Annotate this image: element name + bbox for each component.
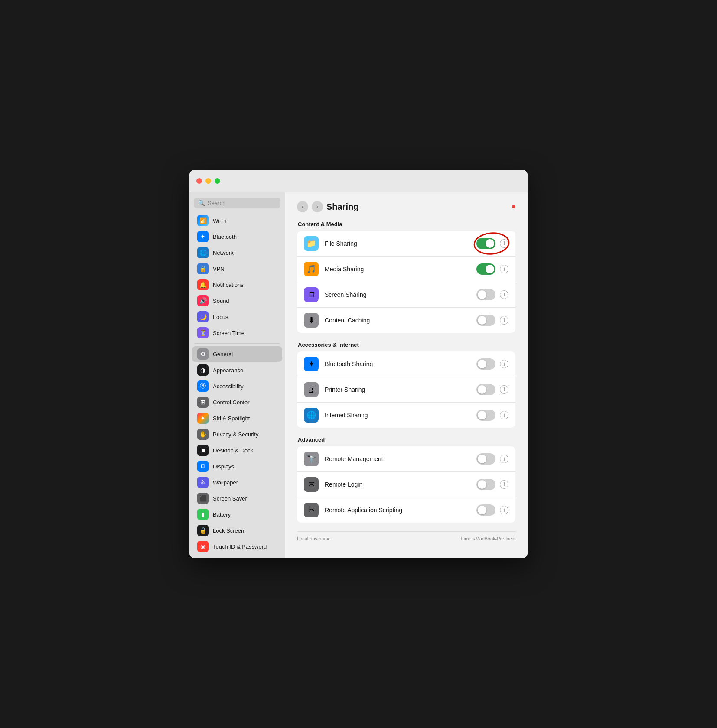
sidebar-item-vpn[interactable]: 🔒VPN	[192, 261, 282, 276]
titlebar	[189, 170, 528, 192]
back-button[interactable]: ‹	[297, 201, 308, 212]
row-remote-management: 🔭Remote Managementi	[297, 446, 515, 472]
sidebar-item-screentime[interactable]: ⏳Screen Time	[192, 325, 282, 341]
row-icon-media-sharing: 🎵	[304, 262, 319, 276]
forward-button[interactable]: ›	[312, 201, 323, 212]
toggle-bluetooth-sharing[interactable]	[476, 358, 495, 370]
search-bar[interactable]: 🔍	[194, 198, 280, 208]
sidebar-item-desktop[interactable]: ▣Desktop & Dock	[192, 442, 282, 458]
maximize-button[interactable]	[215, 178, 220, 184]
sidebar-label-notifications: Notifications	[213, 282, 244, 288]
sidebar-item-siri[interactable]: ✦Siri & Spotlight	[192, 410, 282, 426]
sound-icon: 🔊	[197, 295, 209, 306]
sidebar-item-wallpaper[interactable]: ❊Wallpaper	[192, 474, 282, 490]
sidebar-item-touchid[interactable]: ◉Touch ID & Password	[192, 539, 282, 554]
sidebar-item-screensaver[interactable]: ⬛Screen Saver	[192, 491, 282, 506]
focus-icon: 🌙	[197, 311, 209, 322]
toggle-group-bluetooth-sharing: i	[476, 358, 508, 370]
info-button-internet-sharing[interactable]: i	[500, 411, 508, 419]
info-button-printer-sharing[interactable]: i	[500, 385, 508, 394]
section-title-advanced: Advanced	[297, 436, 515, 443]
sidebar-item-controlcenter[interactable]: ⊞Control Center	[192, 394, 282, 410]
info-button-remote-scripting[interactable]: i	[500, 506, 508, 514]
sidebar: 🔍 📶Wi-Fi✦Bluetooth🌐Network🔒VPN🔔Notificat…	[189, 192, 285, 558]
screensaver-icon: ⬛	[197, 493, 209, 504]
sidebar-item-sound[interactable]: 🔊Sound	[192, 293, 282, 309]
row-internet-sharing: 🌐Internet Sharingi	[297, 403, 515, 428]
sidebar-item-appearance[interactable]: ◑Appearance	[192, 362, 282, 378]
info-button-remote-login[interactable]: i	[500, 480, 508, 489]
controlcenter-icon: ⊞	[197, 396, 209, 408]
nav-header: ‹ › Sharing	[297, 201, 515, 212]
section-card-advanced: 🔭Remote Managementi✉Remote Logini✂Remote…	[297, 446, 515, 523]
row-printer-sharing: 🖨Printer Sharingi	[297, 377, 515, 403]
section-advanced: Advanced🔭Remote Managementi✉Remote Login…	[297, 436, 515, 523]
info-button-bluetooth-sharing[interactable]: i	[500, 360, 508, 368]
toggle-group-file-sharing: i	[476, 238, 508, 249]
row-file-sharing: 📁File Sharingi	[297, 231, 515, 257]
section-card-content-media: 📁File Sharingi 🎵Media Sharingi🖥Screen Sh…	[297, 231, 515, 333]
siri-icon: ✦	[197, 413, 209, 424]
sidebar-item-focus[interactable]: 🌙Focus	[192, 309, 282, 325]
sidebar-label-lockscreen: Lock Screen	[213, 527, 244, 534]
toggle-file-sharing[interactable]	[476, 238, 495, 249]
toggle-group-content-caching: i	[476, 315, 508, 326]
sidebar-items-list: 📶Wi-Fi✦Bluetooth🌐Network🔒VPN🔔Notificatio…	[189, 213, 285, 554]
battery-icon: ▮	[197, 509, 209, 520]
row-label-media-sharing: Media Sharing	[325, 266, 470, 273]
sidebar-label-displays: Displays	[213, 463, 234, 470]
hostname-label: Local hostname	[297, 536, 331, 541]
row-label-screen-sharing: Screen Sharing	[325, 291, 470, 298]
back-icon: ‹	[302, 203, 304, 210]
notification-dot	[512, 205, 515, 208]
sidebar-item-lockscreen[interactable]: 🔒Lock Screen	[192, 523, 282, 538]
touchid-icon: ◉	[197, 541, 209, 552]
row-label-file-sharing: File Sharing	[325, 240, 470, 247]
info-button-content-caching[interactable]: i	[500, 316, 508, 325]
toggle-media-sharing[interactable]	[476, 263, 495, 275]
toggle-remote-management[interactable]	[476, 453, 495, 465]
sidebar-item-general[interactable]: ⚙General	[192, 346, 282, 362]
toggle-group-printer-sharing: i	[476, 384, 508, 395]
info-button-screen-sharing[interactable]: i	[500, 290, 508, 299]
row-icon-remote-login: ✉	[304, 477, 319, 492]
sidebar-item-network[interactable]: 🌐Network	[192, 245, 282, 260]
minimize-button[interactable]	[205, 178, 211, 184]
sidebar-item-privacy[interactable]: ✋Privacy & Security	[192, 426, 282, 442]
toggle-screen-sharing[interactable]	[476, 289, 495, 300]
toggle-internet-sharing[interactable]	[476, 410, 495, 421]
row-icon-remote-management: 🔭	[304, 452, 319, 466]
toggle-group-remote-scripting: i	[476, 504, 508, 516]
close-button[interactable]	[196, 178, 202, 184]
info-button-media-sharing[interactable]: i	[500, 265, 508, 273]
sidebar-item-bluetooth[interactable]: ✦Bluetooth	[192, 229, 282, 244]
toggle-content-caching[interactable]	[476, 315, 495, 326]
row-label-remote-management: Remote Management	[325, 455, 470, 462]
row-label-remote-scripting: Remote Application Scripting	[325, 507, 470, 514]
sidebar-label-sound: Sound	[213, 298, 229, 304]
screentime-icon: ⏳	[197, 327, 209, 338]
sidebar-item-notifications[interactable]: 🔔Notifications	[192, 277, 282, 292]
lockscreen-icon: 🔒	[197, 525, 209, 536]
section-accessories-internet: Accessories & Internet✦Bluetooth Sharing…	[297, 341, 515, 428]
system-preferences-window: 🔍 📶Wi-Fi✦Bluetooth🌐Network🔒VPN🔔Notificat…	[189, 170, 528, 558]
row-media-sharing: 🎵Media Sharingi	[297, 257, 515, 282]
sidebar-item-accessibility[interactable]: ⓐAccessibility	[192, 378, 282, 394]
toggle-remote-login[interactable]	[476, 479, 495, 490]
toggle-remote-scripting[interactable]	[476, 504, 495, 516]
sidebar-label-wifi: Wi-Fi	[213, 218, 226, 224]
sidebar-label-appearance: Appearance	[213, 367, 243, 374]
sidebar-item-displays[interactable]: 🖥Displays	[192, 458, 282, 474]
sidebar-label-privacy: Privacy & Security	[213, 431, 258, 438]
sidebar-item-wifi[interactable]: 📶Wi-Fi	[192, 213, 282, 228]
row-label-printer-sharing: Printer Sharing	[325, 386, 470, 393]
info-button-remote-management[interactable]: i	[500, 455, 508, 463]
accessibility-icon: ⓐ	[197, 380, 209, 392]
search-icon: 🔍	[198, 200, 205, 206]
search-input[interactable]	[208, 200, 276, 206]
toggle-printer-sharing[interactable]	[476, 384, 495, 395]
section-title-content-media: Content & Media	[297, 221, 515, 228]
bottom-hint: Local hostname James-MacBook-Pro.local	[297, 531, 515, 543]
sidebar-item-battery[interactable]: ▮Battery	[192, 507, 282, 522]
info-button-file-sharing[interactable]: i	[500, 239, 508, 248]
